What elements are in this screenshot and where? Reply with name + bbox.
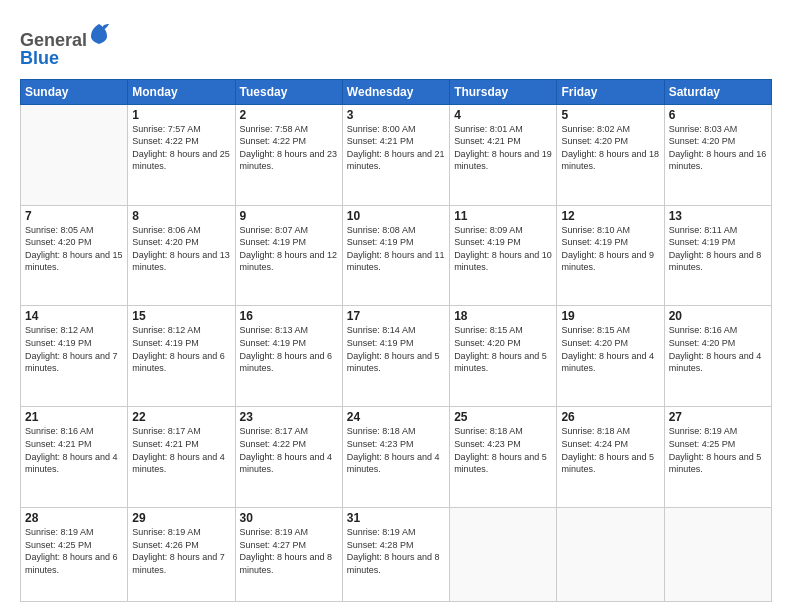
calendar-table: SundayMondayTuesdayWednesdayThursdayFrid… [20,79,772,602]
logo: General Blue [20,22,109,69]
day-info: Sunrise: 8:18 AM Sunset: 4:23 PM Dayligh… [347,425,445,475]
day-info: Sunrise: 8:19 AM Sunset: 4:25 PM Dayligh… [669,425,767,475]
day-number: 3 [347,108,445,122]
calendar-week-row: 7Sunrise: 8:05 AM Sunset: 4:20 PM Daylig… [21,205,772,306]
day-number: 14 [25,309,123,323]
day-number: 12 [561,209,659,223]
calendar-cell: 27Sunrise: 8:19 AM Sunset: 4:25 PM Dayli… [664,407,771,508]
day-info: Sunrise: 8:17 AM Sunset: 4:21 PM Dayligh… [132,425,230,475]
day-info: Sunrise: 8:19 AM Sunset: 4:27 PM Dayligh… [240,526,338,576]
calendar-cell: 24Sunrise: 8:18 AM Sunset: 4:23 PM Dayli… [342,407,449,508]
day-number: 2 [240,108,338,122]
day-number: 5 [561,108,659,122]
calendar-cell: 12Sunrise: 8:10 AM Sunset: 4:19 PM Dayli… [557,205,664,306]
day-number: 20 [669,309,767,323]
calendar-cell: 22Sunrise: 8:17 AM Sunset: 4:21 PM Dayli… [128,407,235,508]
day-info: Sunrise: 8:05 AM Sunset: 4:20 PM Dayligh… [25,224,123,274]
day-number: 31 [347,511,445,525]
calendar-header-row: SundayMondayTuesdayWednesdayThursdayFrid… [21,79,772,104]
calendar-cell: 11Sunrise: 8:09 AM Sunset: 4:19 PM Dayli… [450,205,557,306]
calendar-cell: 20Sunrise: 8:16 AM Sunset: 4:20 PM Dayli… [664,306,771,407]
logo-general: General [20,22,109,51]
day-info: Sunrise: 8:13 AM Sunset: 4:19 PM Dayligh… [240,324,338,374]
day-info: Sunrise: 8:15 AM Sunset: 4:20 PM Dayligh… [454,324,552,374]
day-number: 6 [669,108,767,122]
calendar-week-row: 28Sunrise: 8:19 AM Sunset: 4:25 PM Dayli… [21,508,772,602]
calendar-cell [21,104,128,205]
day-number: 26 [561,410,659,424]
day-info: Sunrise: 8:12 AM Sunset: 4:19 PM Dayligh… [25,324,123,374]
calendar-cell: 9Sunrise: 8:07 AM Sunset: 4:19 PM Daylig… [235,205,342,306]
day-info: Sunrise: 8:11 AM Sunset: 4:19 PM Dayligh… [669,224,767,274]
day-info: Sunrise: 8:19 AM Sunset: 4:26 PM Dayligh… [132,526,230,576]
day-info: Sunrise: 8:00 AM Sunset: 4:21 PM Dayligh… [347,123,445,173]
day-info: Sunrise: 8:17 AM Sunset: 4:22 PM Dayligh… [240,425,338,475]
calendar-cell [450,508,557,602]
calendar-cell: 2Sunrise: 7:58 AM Sunset: 4:22 PM Daylig… [235,104,342,205]
calendar-cell: 6Sunrise: 8:03 AM Sunset: 4:20 PM Daylig… [664,104,771,205]
logo-bird-icon [89,22,109,46]
page: General Blue SundayMondayTuesdayWednesda… [0,0,792,612]
day-number: 8 [132,209,230,223]
day-info: Sunrise: 8:02 AM Sunset: 4:20 PM Dayligh… [561,123,659,173]
calendar-week-row: 21Sunrise: 8:16 AM Sunset: 4:21 PM Dayli… [21,407,772,508]
day-info: Sunrise: 8:06 AM Sunset: 4:20 PM Dayligh… [132,224,230,274]
calendar-cell: 1Sunrise: 7:57 AM Sunset: 4:22 PM Daylig… [128,104,235,205]
day-info: Sunrise: 8:18 AM Sunset: 4:24 PM Dayligh… [561,425,659,475]
day-info: Sunrise: 8:09 AM Sunset: 4:19 PM Dayligh… [454,224,552,274]
calendar-cell: 31Sunrise: 8:19 AM Sunset: 4:28 PM Dayli… [342,508,449,602]
day-number: 16 [240,309,338,323]
weekday-header: Monday [128,79,235,104]
calendar-cell: 14Sunrise: 8:12 AM Sunset: 4:19 PM Dayli… [21,306,128,407]
header: General Blue [20,18,772,69]
day-info: Sunrise: 8:19 AM Sunset: 4:25 PM Dayligh… [25,526,123,576]
day-number: 23 [240,410,338,424]
day-info: Sunrise: 8:08 AM Sunset: 4:19 PM Dayligh… [347,224,445,274]
calendar-cell: 21Sunrise: 8:16 AM Sunset: 4:21 PM Dayli… [21,407,128,508]
calendar-cell: 3Sunrise: 8:00 AM Sunset: 4:21 PM Daylig… [342,104,449,205]
calendar-cell: 26Sunrise: 8:18 AM Sunset: 4:24 PM Dayli… [557,407,664,508]
day-info: Sunrise: 8:01 AM Sunset: 4:21 PM Dayligh… [454,123,552,173]
day-number: 4 [454,108,552,122]
day-number: 29 [132,511,230,525]
day-info: Sunrise: 7:58 AM Sunset: 4:22 PM Dayligh… [240,123,338,173]
calendar-week-row: 14Sunrise: 8:12 AM Sunset: 4:19 PM Dayli… [21,306,772,407]
day-info: Sunrise: 8:12 AM Sunset: 4:19 PM Dayligh… [132,324,230,374]
calendar-cell: 4Sunrise: 8:01 AM Sunset: 4:21 PM Daylig… [450,104,557,205]
calendar-week-row: 1Sunrise: 7:57 AM Sunset: 4:22 PM Daylig… [21,104,772,205]
calendar-cell: 7Sunrise: 8:05 AM Sunset: 4:20 PM Daylig… [21,205,128,306]
day-info: Sunrise: 8:15 AM Sunset: 4:20 PM Dayligh… [561,324,659,374]
calendar-cell: 28Sunrise: 8:19 AM Sunset: 4:25 PM Dayli… [21,508,128,602]
day-info: Sunrise: 8:14 AM Sunset: 4:19 PM Dayligh… [347,324,445,374]
calendar-cell [557,508,664,602]
day-number: 11 [454,209,552,223]
weekday-header: Wednesday [342,79,449,104]
calendar-cell: 25Sunrise: 8:18 AM Sunset: 4:23 PM Dayli… [450,407,557,508]
calendar-cell: 18Sunrise: 8:15 AM Sunset: 4:20 PM Dayli… [450,306,557,407]
weekday-header: Thursday [450,79,557,104]
calendar-cell: 17Sunrise: 8:14 AM Sunset: 4:19 PM Dayli… [342,306,449,407]
calendar-cell: 16Sunrise: 8:13 AM Sunset: 4:19 PM Dayli… [235,306,342,407]
calendar-cell: 30Sunrise: 8:19 AM Sunset: 4:27 PM Dayli… [235,508,342,602]
day-info: Sunrise: 7:57 AM Sunset: 4:22 PM Dayligh… [132,123,230,173]
calendar-cell: 5Sunrise: 8:02 AM Sunset: 4:20 PM Daylig… [557,104,664,205]
day-number: 1 [132,108,230,122]
day-number: 25 [454,410,552,424]
calendar-cell: 29Sunrise: 8:19 AM Sunset: 4:26 PM Dayli… [128,508,235,602]
day-number: 22 [132,410,230,424]
day-number: 24 [347,410,445,424]
weekday-header: Sunday [21,79,128,104]
day-number: 27 [669,410,767,424]
day-info: Sunrise: 8:16 AM Sunset: 4:20 PM Dayligh… [669,324,767,374]
calendar-cell: 15Sunrise: 8:12 AM Sunset: 4:19 PM Dayli… [128,306,235,407]
day-info: Sunrise: 8:16 AM Sunset: 4:21 PM Dayligh… [25,425,123,475]
weekday-header: Friday [557,79,664,104]
calendar-cell: 8Sunrise: 8:06 AM Sunset: 4:20 PM Daylig… [128,205,235,306]
day-info: Sunrise: 8:03 AM Sunset: 4:20 PM Dayligh… [669,123,767,173]
day-number: 10 [347,209,445,223]
day-number: 18 [454,309,552,323]
day-info: Sunrise: 8:19 AM Sunset: 4:28 PM Dayligh… [347,526,445,576]
weekday-header: Tuesday [235,79,342,104]
logo-blue: Blue [20,48,59,68]
day-number: 15 [132,309,230,323]
